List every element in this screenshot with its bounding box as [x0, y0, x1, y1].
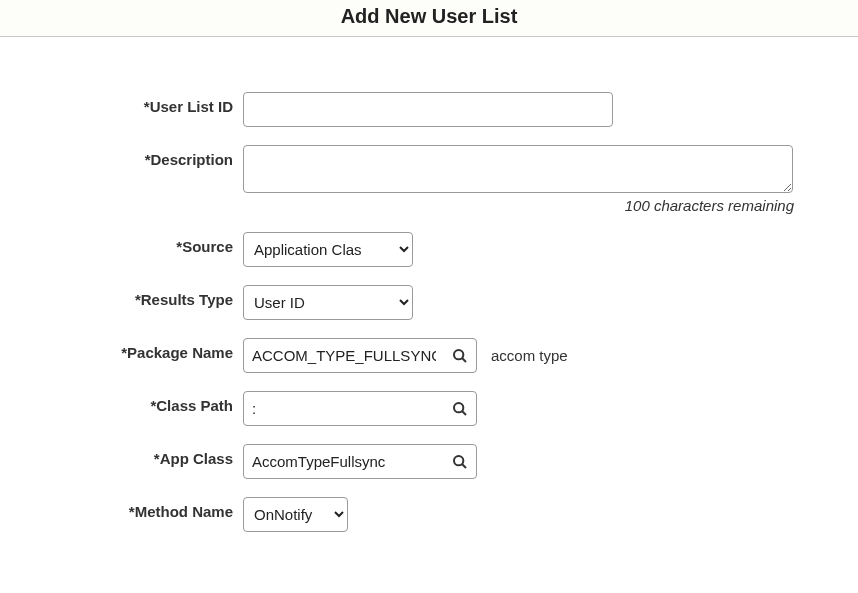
- class-path-lookup-button[interactable]: [444, 401, 476, 417]
- package-name-desc: accom type: [491, 347, 568, 364]
- search-icon: [452, 454, 468, 470]
- app-class-lookup: [243, 444, 477, 479]
- description-textarea[interactable]: [243, 145, 793, 193]
- source-select[interactable]: Application Clas: [243, 232, 413, 267]
- row-source: *Source Application Clas: [30, 232, 828, 267]
- app-class-input[interactable]: [244, 445, 444, 478]
- label-description: *Description: [30, 145, 243, 168]
- label-method-name: *Method Name: [30, 497, 243, 520]
- package-name-lookup: [243, 338, 477, 373]
- row-method-name: *Method Name OnNotify: [30, 497, 828, 532]
- label-source: *Source: [30, 232, 243, 255]
- app-class-lookup-button[interactable]: [444, 454, 476, 470]
- search-icon: [452, 401, 468, 417]
- results-type-select[interactable]: User ID: [243, 285, 413, 320]
- label-user-list-id: *User List ID: [30, 92, 243, 115]
- row-description: *Description 100 characters remaining: [30, 145, 828, 214]
- class-path-lookup: [243, 391, 477, 426]
- search-icon: [452, 348, 468, 364]
- svg-point-0: [454, 350, 463, 359]
- row-package-name: *Package Name accom type: [30, 338, 828, 373]
- package-name-lookup-button[interactable]: [444, 348, 476, 364]
- svg-point-2: [454, 403, 463, 412]
- label-package-name: *Package Name: [30, 338, 243, 361]
- class-path-input[interactable]: [244, 392, 444, 425]
- svg-line-3: [462, 411, 466, 415]
- row-app-class: *App Class: [30, 444, 828, 479]
- package-name-input[interactable]: [244, 339, 444, 372]
- svg-point-4: [454, 456, 463, 465]
- label-class-path: *Class Path: [30, 391, 243, 414]
- page-header: Add New User List: [0, 0, 858, 37]
- svg-line-1: [462, 358, 466, 362]
- svg-line-5: [462, 464, 466, 468]
- form: *User List ID *Description 100 character…: [0, 37, 858, 570]
- method-name-select[interactable]: OnNotify: [243, 497, 348, 532]
- description-hint: 100 characters remaining: [243, 197, 794, 214]
- label-app-class: *App Class: [30, 444, 243, 467]
- row-user-list-id: *User List ID: [30, 92, 828, 127]
- page-title: Add New User List: [0, 5, 858, 28]
- row-class-path: *Class Path: [30, 391, 828, 426]
- user-list-id-input[interactable]: [243, 92, 613, 127]
- row-results-type: *Results Type User ID: [30, 285, 828, 320]
- label-results-type: *Results Type: [30, 285, 243, 308]
